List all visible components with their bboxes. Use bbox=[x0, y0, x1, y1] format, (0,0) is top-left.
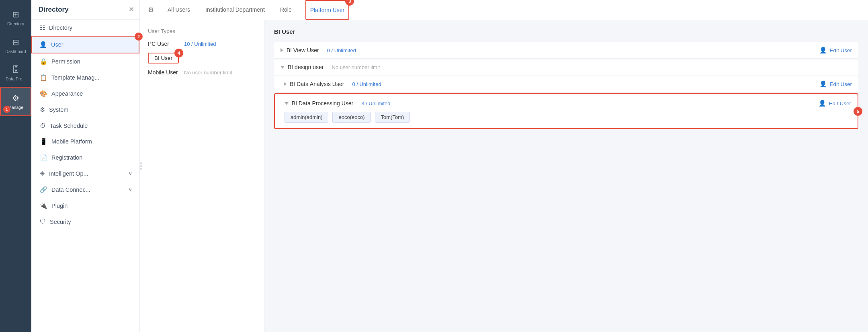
registration-icon: 📄 bbox=[40, 154, 47, 161]
bi-analysis-user-label: BI Data Analysis User bbox=[290, 81, 344, 87]
nav-item-data-pre[interactable]: 🗄 Data Pre... bbox=[0, 59, 31, 87]
sidebar-item-registration[interactable]: 📄 Registration bbox=[31, 150, 139, 166]
intelligent-icon: ✳ bbox=[40, 170, 45, 177]
nav-label-dashboard: Dashboard bbox=[5, 49, 26, 54]
nav-item-directory[interactable]: ⊞ Directory bbox=[0, 4, 31, 32]
close-icon[interactable]: ✕ bbox=[129, 6, 134, 13]
mobile-user-row: Mobile User No user number limit bbox=[148, 69, 256, 76]
sidebar-item-label: Registration bbox=[51, 154, 82, 161]
tabs-bar: ⚙ All Users Institutional Department Rol… bbox=[140, 0, 868, 20]
tab-badge: 3 bbox=[345, 0, 354, 6]
tab-institutional[interactable]: Institutional Department bbox=[204, 0, 266, 20]
user-chip-tom: Tom(Tom) bbox=[375, 112, 410, 123]
tab-label: All Users bbox=[168, 6, 190, 13]
sidebar-item-mobile-platform[interactable]: 📱 Mobile Platform bbox=[31, 133, 139, 150]
bi-user-row: BI User 4 bbox=[148, 53, 256, 64]
settings-icon: ⚙ bbox=[148, 6, 154, 14]
template-icon: 📋 bbox=[40, 74, 47, 81]
user-chip-eoco: eoco(eoco) bbox=[332, 112, 371, 123]
chevron-down-icon: ∨ bbox=[129, 187, 132, 193]
user-chip-admin: admin(admin) bbox=[285, 112, 328, 123]
tab-label: Platform User bbox=[310, 7, 345, 13]
bi-user-panel: BI User BI View User 0 / Unlimited 👤 Edi… bbox=[264, 20, 868, 332]
bi-view-user-label: BI View User bbox=[287, 47, 319, 53]
appearance-icon: 🎨 bbox=[40, 90, 47, 97]
nav-rail: ⊞ Directory ⊟ Dashboard 🗄 Data Pre... ⚙ … bbox=[0, 0, 31, 332]
pc-user-count: 10 / Unlimited bbox=[184, 41, 216, 47]
sidebar-item-template[interactable]: 📋 Template Manag... bbox=[31, 70, 139, 86]
edit-user-label: Edit User bbox=[829, 47, 852, 53]
bi-analysis-user-count: 0 / Unlimited bbox=[352, 81, 381, 87]
bi-view-user-row: BI View User 0 / Unlimited 👤 Edit User bbox=[274, 42, 858, 59]
sidebar-item-data-connec[interactable]: 🔗 Data Connec... ∨ bbox=[31, 182, 139, 198]
bi-processing-user-box: BI Data Processing User 3 / Unlimited 👤 … bbox=[274, 93, 858, 129]
manage-badge: 1 bbox=[3, 106, 10, 113]
bi-design-user-row: BI design user No user number limit bbox=[274, 59, 858, 75]
sidebar-item-directory[interactable]: ☷ Directory bbox=[31, 20, 139, 36]
drag-handle[interactable] bbox=[140, 162, 142, 170]
nav-label-data-pre: Data Pre... bbox=[6, 76, 26, 81]
sidebar-item-label: Template Manag... bbox=[51, 74, 99, 81]
sidebar-item-label: Plugin bbox=[51, 203, 68, 209]
tab-role[interactable]: Role bbox=[278, 0, 293, 20]
user-icon: 👤 bbox=[39, 41, 47, 48]
grid-icon: ⊞ bbox=[12, 10, 19, 19]
sidebar-item-system[interactable]: ⚙ System bbox=[31, 102, 139, 118]
nav-item-manage[interactable]: ⚙ Manage 1 bbox=[0, 87, 31, 116]
bi-analysis-edit-button[interactable]: 👤 Edit User bbox=[819, 80, 852, 88]
sidebar-item-permission[interactable]: 🔒 Permission bbox=[31, 53, 139, 70]
sidebar-item-plugin[interactable]: 🔌 Plugin bbox=[31, 198, 139, 214]
sidebar-item-label: Mobile Platform bbox=[51, 138, 92, 145]
dashboard-icon: ⊟ bbox=[12, 37, 19, 47]
bi-processing-edit-button[interactable]: 👤 Edit User bbox=[819, 100, 851, 107]
sidebar: Directory ✕ ☷ Directory 👤 User 2 🔒 Permi… bbox=[31, 0, 140, 332]
sidebar-item-task-schedule[interactable]: ⏱ Task Schedule bbox=[31, 118, 139, 133]
sidebar-item-label: System bbox=[49, 107, 68, 113]
sidebar-item-appearance[interactable]: 🎨 Appearance bbox=[31, 86, 139, 102]
expand-icon[interactable] bbox=[280, 48, 283, 52]
plugin-icon: 🔌 bbox=[40, 202, 47, 209]
collapse-icon[interactable] bbox=[285, 102, 289, 105]
database-icon: 🗄 bbox=[12, 65, 20, 74]
user-types-title: User Types bbox=[148, 28, 256, 34]
mobile-user-limit: No user number limit bbox=[184, 70, 232, 76]
sidebar-item-intelligent-op[interactable]: ✳ Intelligent Op... ∨ bbox=[31, 166, 139, 182]
sidebar-item-label: Security bbox=[50, 219, 71, 225]
mobile-user-label: Mobile User bbox=[148, 69, 180, 76]
pc-user-label: PC User bbox=[148, 41, 180, 47]
shield-icon: 🛡 bbox=[40, 218, 46, 225]
bi-panel-title: BI User bbox=[274, 28, 858, 35]
bi-design-user-label: BI design user bbox=[288, 64, 324, 70]
tab-label: Role bbox=[280, 6, 292, 13]
user-circle-icon: 👤 bbox=[819, 100, 826, 107]
main-content: ⚙ All Users Institutional Department Rol… bbox=[140, 0, 868, 332]
lock-icon: 🔒 bbox=[40, 58, 47, 65]
sidebar-item-security[interactable]: 🛡 Security bbox=[31, 214, 139, 230]
bi-processing-user-label: BI Data Processing User bbox=[292, 100, 353, 107]
user-circle-icon: 👤 bbox=[819, 80, 827, 88]
tab-platform-user[interactable]: Platform User 3 bbox=[305, 0, 350, 20]
sidebar-item-label: Intelligent Op... bbox=[49, 170, 88, 177]
sidebar-item-label: Task Schedule bbox=[50, 123, 88, 129]
bi-view-user-count: 0 / Unlimited bbox=[327, 47, 356, 53]
user-types-panel: User Types PC User 10 / Unlimited BI Use… bbox=[140, 20, 264, 332]
collapse-icon[interactable] bbox=[280, 66, 285, 69]
content-area: User Types PC User 10 / Unlimited BI Use… bbox=[140, 20, 868, 332]
system-icon: ⚙ bbox=[40, 106, 45, 113]
expand-icon[interactable] bbox=[284, 82, 287, 86]
link-icon: 🔗 bbox=[40, 186, 47, 193]
list-icon: ☷ bbox=[40, 24, 45, 31]
user-badge: 2 bbox=[135, 33, 143, 41]
tab-all-users[interactable]: All Users bbox=[166, 0, 192, 20]
sidebar-item-label: Permission bbox=[51, 58, 80, 65]
pc-user-row: PC User 10 / Unlimited bbox=[148, 41, 256, 47]
sidebar-header: Directory ✕ bbox=[31, 0, 139, 20]
edit-user-label: Edit User bbox=[829, 100, 851, 107]
sidebar-item-user[interactable]: 👤 User 2 bbox=[31, 36, 139, 53]
bi-processing-user-count: 3 / Unlimited bbox=[361, 100, 390, 107]
user-chips: admin(admin) eoco(eoco) Tom(Tom) bbox=[285, 112, 851, 123]
edit-user-label: Edit User bbox=[829, 81, 852, 87]
processing-badge: 5 bbox=[854, 107, 862, 116]
bi-view-edit-button[interactable]: 👤 Edit User bbox=[819, 47, 852, 54]
nav-item-dashboard[interactable]: ⊟ Dashboard bbox=[0, 32, 31, 59]
